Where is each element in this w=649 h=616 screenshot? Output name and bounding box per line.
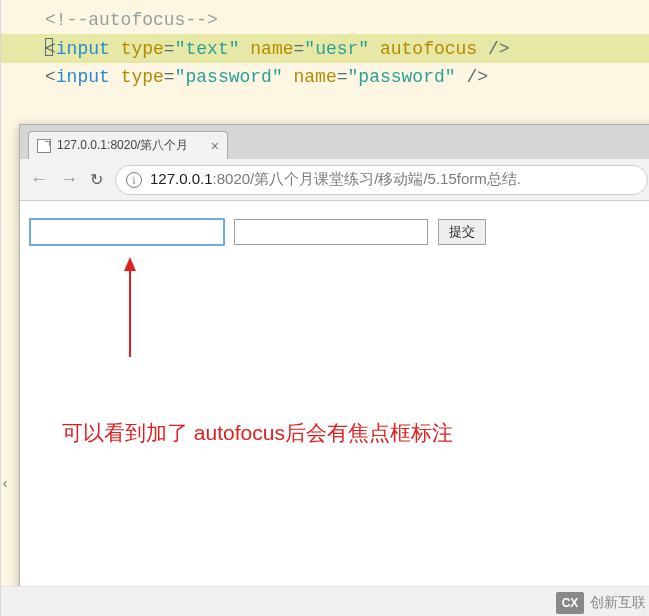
svg-marker-1 [124,257,136,271]
gutter-mark: ‹ [1,476,9,492]
user-input[interactable] [30,219,224,245]
page-viewport: 提交 可以看到加了 autofocus后会有焦点框标注 [20,201,649,593]
submit-button[interactable]: 提交 [438,219,486,245]
password-input[interactable] [234,219,428,245]
reload-button[interactable]: ↻ [90,170,103,189]
code-line-input-password: <input type="password" name="password" /… [1,63,649,91]
code-line-input-text: <input type="text" name="uesr" autofocus… [1,34,649,63]
file-icon [37,139,51,153]
watermark: CX 创新互联 [556,592,646,614]
watermark-text: 创新互联 [590,594,646,612]
url-text: 127.0.0.1:8020/第八个月课堂练习/移动端/5.15form总结. [150,170,521,189]
browser-tab[interactable]: 127.0.0.1:8020/第八个月 × [28,131,228,159]
annotation-arrow-icon [110,257,150,373]
watermark-logo-icon: CX [556,592,584,614]
form-row: 提交 [30,219,648,245]
text-cursor [45,38,53,56]
browser-toolbar: ← → ↻ i 127.0.0.1:8020/第八个月课堂练习/移动端/5.15… [20,159,649,201]
back-button[interactable]: ← [30,169,48,190]
address-bar[interactable]: i 127.0.0.1:8020/第八个月课堂练习/移动端/5.15form总结… [115,165,648,195]
tab-title: 127.0.0.1:8020/第八个月 [57,137,205,154]
browser-window: 127.0.0.1:8020/第八个月 × ← → ↻ i 127.0.0.1:… [19,124,649,594]
code-editor: <!--autofocus--> <input type="text" name… [1,0,649,91]
tab-strip: 127.0.0.1:8020/第八个月 × [20,125,649,159]
code-line-comment: <!--autofocus--> [1,6,649,34]
close-icon[interactable]: × [211,139,219,153]
forward-button[interactable]: → [60,169,78,190]
site-info-icon[interactable]: i [126,172,142,188]
footer-bar: CX 创新互联 [1,586,649,616]
annotation-text: 可以看到加了 autofocus后会有焦点框标注 [62,419,453,447]
